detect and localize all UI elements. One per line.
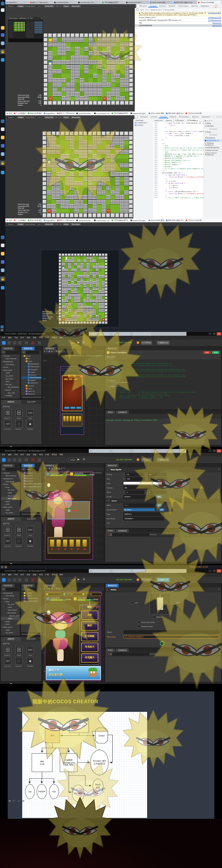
menu-item[interactable]: 布局	[39, 454, 43, 456]
browser-tab[interactable]: originalPrice	[5, 1, 29, 4]
menu-item[interactable]: 节点	[14, 336, 18, 339]
vscode-taskbar-icon[interactable]	[1, 171, 4, 174]
show-fps-button[interactable]: Show FPS	[44, 116, 54, 119]
hierarchy-node[interactable]: bg_panel	[1, 511, 20, 514]
chrome-taskbar-icon[interactable]	[1, 277, 4, 281]
device-dropdown[interactable]: Default ▾	[6, 5, 16, 8]
widget-item-tiledmap[interactable]: ◈TiledMap	[26, 537, 35, 547]
teams-taskbar-icon[interactable]	[1, 33, 4, 37]
revert-button[interactable]: 还原	[204, 351, 211, 354]
open-project-button[interactable]: ▤ 工作目录	[141, 341, 152, 345]
add-asset-button[interactable]: +	[22, 468, 26, 471]
browser-tab[interactable]: cocos creator 教程	[149, 1, 173, 4]
widget-item-particle[interactable]: ⁘ParticleS...	[14, 537, 24, 547]
hierarchy-node[interactable]: mask	[1, 372, 20, 375]
item-slot[interactable]	[66, 416, 69, 422]
add-asset-button[interactable]: +	[22, 351, 26, 353]
hierarchy-node[interactable]: Main Camera	[1, 358, 20, 360]
menu-item[interactable]: 扩展	[45, 336, 49, 339]
tool-button[interactable]	[37, 341, 41, 345]
hierarchy-node[interactable]: mask	[1, 628, 20, 631]
collapsed-section[interactable]: ▸ Global Listeners	[204, 149, 222, 152]
bookmark-item[interactable]: 【Cocos Creator教	[186, 219, 201, 221]
chrome-taskbar-icon[interactable]	[1, 50, 4, 53]
custom-widgets-tab[interactable]: 自定义控件	[21, 400, 42, 404]
hierarchy-tab[interactable]: 层级管理器	[1, 584, 14, 587]
devtools-tab-console[interactable]: Console	[148, 4, 158, 7]
menu-item[interactable]: 布局	[39, 336, 43, 339]
tool-button[interactable]	[12, 341, 16, 345]
open-project-button[interactable]: ▤ 工作目录	[141, 458, 152, 462]
menu-item[interactable]: 扩展	[45, 574, 49, 576]
menu-item[interactable]: 项目	[27, 454, 30, 456]
menu-button-2[interactable]: 购买	[81, 621, 98, 631]
animation-tab[interactable]: 动画编辑器	[116, 529, 129, 532]
menu-item[interactable]: 帮助	[60, 336, 63, 339]
add-asset-button[interactable]: +	[22, 588, 26, 591]
assets-tab[interactable]: 资源管理器	[22, 347, 35, 350]
item-slot[interactable]	[70, 416, 72, 422]
maximize-button[interactable]: ▢	[213, 569, 216, 572]
collapsed-section[interactable]: ▸ XHR/fetch Breakpoints	[204, 142, 222, 146]
console-tab[interactable]: 控制台	[106, 529, 115, 532]
item-slot[interactable]	[76, 540, 80, 547]
bookmark-item[interactable]: 网友:你私人魔改 & npc	[166, 219, 184, 221]
devtools-tab-performance[interactable]: Performance	[177, 4, 190, 7]
asset-item[interactable]: game	[21, 387, 41, 390]
widget-item-particle[interactable]: ⁘ParticleS...	[14, 657, 24, 667]
dialog-button[interactable]	[70, 407, 75, 409]
builtin-widgets-tab[interactable]: 内置控件	[1, 637, 21, 641]
start-taskbar-icon[interactable]	[1, 2, 4, 5]
devtools-tab-memory[interactable]: Memory	[190, 4, 199, 7]
item-slot[interactable]	[83, 540, 87, 547]
atlas-field[interactable]: None	[123, 503, 155, 507]
recompile-button[interactable]: Recompile	[71, 116, 81, 119]
menu-item[interactable]: 编辑	[8, 454, 11, 456]
assets-tab[interactable]: 资源管理器	[22, 464, 35, 467]
devtools-close-icon[interactable]: ✕	[218, 116, 222, 118]
collapsed-section[interactable]: ▸ DOM Breakpoints	[204, 146, 222, 149]
settings-taskbar-icon[interactable]	[1, 152, 4, 156]
add-node-button[interactable]: +	[2, 588, 5, 591]
hierarchy-search-input[interactable]	[6, 588, 19, 591]
bookmark-item[interactable]: 应用	[6, 112, 12, 114]
tool-button[interactable]	[18, 341, 22, 345]
bookmark-item[interactable]: 微信小程序·教程	[28, 219, 42, 221]
menu-item[interactable]: 面板	[33, 336, 36, 339]
builtin-widgets-tab[interactable]: 内置控件	[1, 517, 21, 521]
start-taskbar-icon[interactable]	[1, 119, 4, 123]
breakpoint-checkbox[interactable]	[205, 140, 206, 142]
item-slot[interactable]	[79, 416, 81, 422]
opacity-field[interactable]: 255	[123, 486, 164, 490]
hierarchy-node[interactable]: ▾back_pack	[1, 505, 20, 508]
hierarchy-node[interactable]: New Sprite	[1, 363, 20, 366]
hierarchy-node[interactable]: ▾back_pack	[1, 626, 20, 628]
navigator-item[interactable]: ▸ assets	[134, 124, 153, 126]
devtools-tab-application[interactable]: Application	[199, 4, 211, 7]
hierarchy-node[interactable]: New Sprite	[1, 497, 20, 500]
assets-tab[interactable]: 资源管理器	[22, 584, 35, 587]
bookmark-item[interactable]: youAi520131f/bo...	[76, 220, 92, 221]
menu-button-4[interactable]: 补充体力	[81, 643, 98, 652]
asset-item[interactable]: bg_frame	[21, 471, 41, 474]
widget-item-richtext[interactable]: 7xTRich Text	[3, 537, 12, 547]
zoom-slider-knob[interactable]	[10, 446, 12, 447]
devtools-tab-»[interactable]: »	[211, 4, 215, 7]
widget-item-richtext[interactable]: 7xTRich Text	[3, 420, 12, 430]
node-enabled-checkbox[interactable]	[107, 588, 110, 591]
tool-button[interactable]	[18, 458, 22, 462]
search-taskbar-icon[interactable]	[1, 8, 4, 12]
devtools-close-icon[interactable]: ✕	[221, 5, 222, 7]
plugin-checkbox[interactable]	[117, 355, 120, 358]
hierarchy-node[interactable]: ▸Home	[1, 366, 20, 369]
maximize-button[interactable]: ▢	[213, 333, 216, 335]
hierarchy-node[interactable]: ▾background	[1, 591, 20, 594]
asset-item[interactable]: CraftUI	[21, 371, 41, 373]
item-slot[interactable]	[50, 540, 54, 547]
hierarchy-node[interactable]: ▾Canvas	[1, 354, 20, 358]
color-swatch[interactable]	[123, 482, 162, 485]
bookmark-item[interactable]: 个人发展规划	[14, 219, 26, 221]
file-tab[interactable]: CCTiledMap.js	[186, 119, 199, 122]
pause-button[interactable]: Pause	[63, 223, 70, 225]
hierarchy-node[interactable]: mask	[1, 491, 20, 494]
